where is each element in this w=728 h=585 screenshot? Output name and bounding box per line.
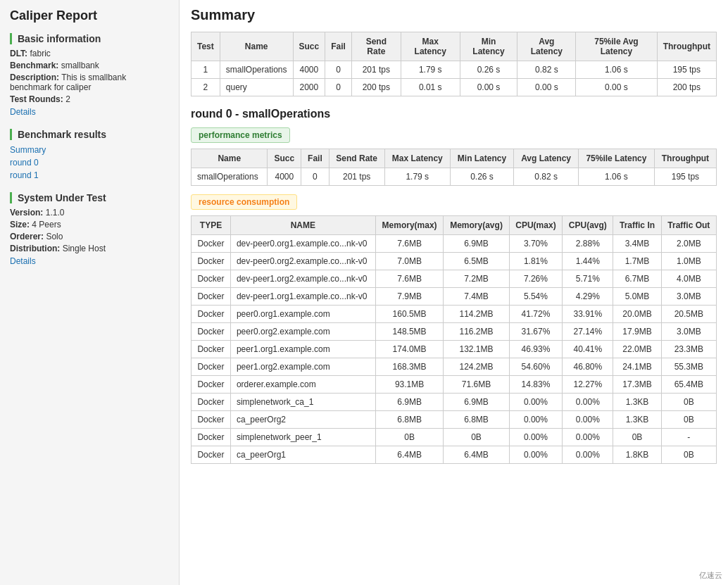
summary-col-succ: Succ	[293, 32, 325, 61]
system-details-link[interactable]: Details	[10, 256, 169, 267]
summary-cell-succ: 2000	[293, 79, 325, 96]
res-cell-name: simplenetwork_ca_1	[230, 394, 375, 411]
round0-title: round 0 - smallOperations	[191, 108, 717, 120]
res-cell-cpu-avg: 12.27%	[563, 376, 613, 394]
orderer-item: Orderer: Solo	[10, 232, 169, 241]
size-label: Size:	[10, 220, 30, 229]
summary-cell-fail: 0	[325, 79, 352, 96]
res-cell-traffic-in: 17.9MB	[613, 323, 661, 341]
res-cell-name: dev-peer0.org1.example.co...nk-v0	[230, 235, 375, 253]
res-cell-mem-avg: 7.4MB	[444, 288, 509, 306]
resource-row: Docker peer0.org2.example.com 148.5MB 11…	[192, 323, 717, 341]
res-cell-mem-max: 160.5MB	[375, 306, 444, 323]
res-cell-cpu-max: 0.00%	[509, 429, 563, 446]
res-cell-name: peer1.org1.example.com	[230, 341, 375, 358]
res-cell-cpu-max: 31.67%	[509, 323, 563, 341]
res-cell-mem-max: 7.6MB	[375, 235, 444, 253]
benchmark-value: smallbank	[61, 61, 99, 70]
res-cell-type: Docker	[192, 235, 231, 253]
res-cell-cpu-avg: 0.00%	[563, 429, 613, 446]
res-cell-mem-avg: 132.1MB	[444, 341, 509, 358]
summary-cell-min-latency: 0.00 s	[460, 79, 517, 96]
benchmark-item: Benchmark: smallbank	[10, 61, 169, 70]
summary-cell-name: query	[220, 79, 293, 96]
summary-cell-avg-latency: 0.00 s	[517, 79, 576, 96]
perf-badge: performance metrics	[191, 127, 290, 143]
res-cell-mem-max: 6.4MB	[375, 446, 444, 464]
summary-col-fail: Fail	[325, 32, 352, 61]
summary-col-send-rate: Send Rate	[351, 32, 401, 61]
res-col-type: TYPE	[192, 216, 231, 235]
res-cell-cpu-avg: 2.88%	[563, 235, 613, 253]
summary-cell-fail: 0	[325, 61, 352, 79]
res-cell-type: Docker	[192, 376, 231, 394]
summary-cell-send-rate: 201 tps	[351, 61, 401, 79]
perf-cell-succ: 4000	[268, 168, 301, 186]
basic-info-section: Basic information DLT: fabric Benchmark:…	[10, 33, 169, 118]
summary-table: Test Name Succ Fail Send Rate Max Latenc…	[191, 32, 717, 96]
res-cell-mem-avg: 124.2MB	[444, 358, 509, 376]
res-col-cpu-avg: CPU(avg)	[563, 216, 613, 235]
perf-cell-min-latency: 0.26 s	[450, 168, 513, 186]
summary-col-min-latency: Min Latency	[460, 32, 517, 61]
summary-cell-test: 1	[192, 61, 220, 79]
summary-col-name: Name	[220, 32, 293, 61]
res-cell-mem-avg: 6.9MB	[444, 235, 509, 253]
res-col-name: NAME	[230, 216, 375, 235]
res-cell-cpu-avg: 33.91%	[563, 306, 613, 323]
nav-summary-link[interactable]: Summary	[10, 144, 169, 156]
summary-col-throughput: Throughput	[657, 32, 716, 61]
perf-col-max-latency: Max Latency	[384, 149, 450, 168]
basic-info-details-link[interactable]: Details	[10, 106, 169, 118]
resource-row: Docker orderer.example.com 93.1MB 71.6MB…	[192, 376, 717, 394]
test-rounds-value: 2	[65, 94, 70, 104]
res-cell-type: Docker	[192, 270, 231, 288]
res-cell-type: Docker	[192, 323, 231, 341]
res-cell-traffic-out: -	[661, 429, 716, 446]
resource-row: Docker ca_peerOrg1 6.4MB 6.4MB 0.00% 0.0…	[192, 446, 717, 464]
res-cell-mem-max: 0B	[375, 429, 444, 446]
res-cell-type: Docker	[192, 411, 231, 429]
version-label: Version:	[10, 208, 43, 218]
res-cell-traffic-in: 1.3KB	[613, 394, 661, 411]
res-cell-traffic-in: 1.3KB	[613, 411, 661, 429]
res-cell-mem-avg: 6.8MB	[444, 411, 509, 429]
summary-col-test: Test	[192, 32, 220, 61]
res-cell-cpu-max: 5.54%	[509, 288, 563, 306]
res-cell-mem-max: 148.5MB	[375, 323, 444, 341]
dlt-item: DLT: fabric	[10, 49, 169, 58]
res-cell-traffic-out: 0B	[661, 446, 716, 464]
perf-col-fail: Fail	[301, 149, 329, 168]
nav-round0-link[interactable]: round 0	[10, 157, 169, 168]
perf-cell-p75-latency: 1.06 s	[579, 168, 655, 186]
app-title: Caliper Report	[10, 8, 169, 23]
perf-col-send-rate: Send Rate	[329, 149, 384, 168]
resource-row: Docker simplenetwork_peer_1 0B 0B 0.00% …	[192, 429, 717, 446]
summary-title: Summary	[191, 7, 717, 23]
perf-cell-send-rate: 201 tps	[329, 168, 384, 186]
resource-row: Docker dev-peer0.org1.example.co...nk-v0…	[192, 235, 717, 253]
res-cell-mem-max: 6.9MB	[375, 394, 444, 411]
nav-round1-link[interactable]: round 1	[10, 170, 169, 181]
res-cell-type: Docker	[192, 288, 231, 306]
test-rounds-label: Test Rounds:	[10, 94, 63, 104]
res-cell-name: orderer.example.com	[230, 376, 375, 394]
res-cell-traffic-in: 5.0MB	[613, 288, 661, 306]
res-cell-traffic-out: 0B	[661, 394, 716, 411]
res-cell-mem-max: 6.8MB	[375, 411, 444, 429]
res-cell-traffic-out: 0B	[661, 411, 716, 429]
res-cell-name: dev-peer1.org2.example.co...nk-v0	[230, 270, 375, 288]
res-cell-mem-max: 7.6MB	[375, 270, 444, 288]
res-col-cpu-max: CPU(max)	[509, 216, 563, 235]
res-cell-traffic-out: 3.0MB	[661, 288, 716, 306]
res-cell-mem-avg: 71.6MB	[444, 376, 509, 394]
res-cell-cpu-max: 3.70%	[509, 235, 563, 253]
res-col-traffic-in: Traffic In	[613, 216, 661, 235]
res-cell-cpu-avg: 27.14%	[563, 323, 613, 341]
sidebar: Caliper Report Basic information DLT: fa…	[0, 0, 180, 585]
res-cell-cpu-avg: 4.29%	[563, 288, 613, 306]
summary-cell-succ: 4000	[293, 61, 325, 79]
summary-cell-send-rate: 200 tps	[351, 79, 401, 96]
res-cell-cpu-max: 41.72%	[509, 306, 563, 323]
res-cell-cpu-avg: 0.00%	[563, 394, 613, 411]
